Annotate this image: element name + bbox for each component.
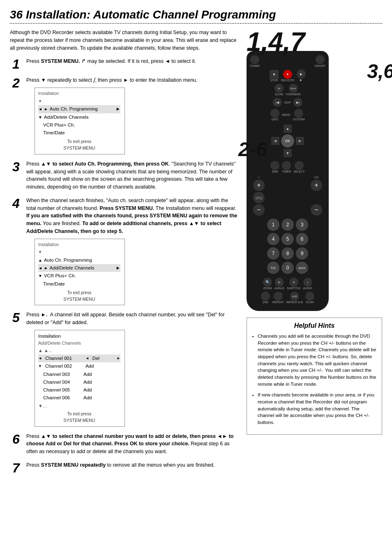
menu1-wrapper: Installation ✦ ◄ ► Auto Ch. Programming … [35,84,238,154]
play-group: ▶ ▶ [297,69,306,82]
angle-button[interactable]: ⊳ [275,278,284,287]
edit-group: EDIT [284,101,291,104]
step1-bold: SYSTEM MENU. [41,58,80,64]
ch-footer-line1: To exit press [67,411,92,416]
num-8-button[interactable]: 8 [281,247,294,260]
menu2-row3-text: VCR Plus+ Ch. [44,272,76,279]
dpad-down[interactable]: ▼ [284,149,292,157]
num-3-button[interactable]: 3 [296,219,308,231]
num-4-button[interactable]: 4 [267,233,279,245]
tuner-label: TUNER [250,64,260,67]
num-9-button[interactable]: 9 [296,247,308,260]
num-7-button[interactable]: 7 [267,247,279,260]
subtitle-button[interactable]: ≡ [289,278,298,287]
menu1-row-1-text: Auto Ch. Programming [50,106,98,113]
ch-group: CH + − [311,176,322,216]
menu2-wrapper: Installation ✦ ▲ Auto Ch. Programming ◄ … [35,235,238,306]
menu1-box: Installation ✦ ◄ ► Auto Ch. Programming … [35,88,125,154]
ch-row-6: Channel 006 Add [38,394,120,402]
menu2-row-1: ▲ Auto Ch. Programming [38,256,120,264]
num-2-button[interactable]: 2 [281,219,294,231]
angle-group: ⊳ ANGLE [274,278,284,290]
repeat-ab-button[interactable]: A-B [290,292,299,301]
ok-center: OK [281,134,294,147]
ch-list-label: Installation [38,333,120,340]
dpad-up[interactable]: ▲ [284,124,292,133]
mute-button[interactable]: ((K)) [253,192,265,203]
big-num-147: 1,4,7 [247,29,305,55]
dim-group: DIM [261,292,270,304]
stop-group: ■ STOP [270,70,279,82]
disc-group: DISC [270,109,279,121]
dpad-right[interactable]: ► [296,137,304,145]
subtitle-label: SUBTITLE [287,287,300,290]
menu1-row-3-text: VCR Plus+ Ch. [43,122,75,129]
vol-ch-row: + + ((K)) − CH + − [250,175,325,216]
num-1-button[interactable]: 1 [267,219,279,231]
intro-paragraph: Although the DVD Recorder selects availa… [10,29,238,52]
ch-row-1: ◄ Channel 001 ◄ Del ► [38,355,120,362]
zoom-button[interactable]: 🔍 [263,278,272,287]
step-4-number: 4 [10,197,22,210]
prev-button[interactable]: |◀ [273,98,282,107]
vol-minus-button[interactable]: − [253,204,265,216]
dpad-container: ▲ ▼ ◄ ► OK [271,124,304,157]
vol-label: + [258,176,260,179]
menu2-box: Installation ✦ ▲ Auto Ch. Programming ◄ … [35,239,125,306]
ch-row-4-status: Add [83,379,92,386]
timer-label: TIMER [282,170,291,173]
ok-button[interactable]: OK [281,134,294,147]
play-button[interactable]: ▶ [297,69,306,78]
step-4-content: When the channel search finishes, "Auto … [26,197,238,306]
repeat-button[interactable] [274,292,283,301]
ear-button[interactable] [270,161,279,170]
step5-bold: ►. [41,312,47,318]
num-0-button[interactable]: 0 [281,262,294,274]
next-button[interactable]: ▶| [293,98,302,107]
num-5-button[interactable]: 5 [281,233,294,245]
menu2-footer: To exit press SYSTEM MENU [38,290,120,303]
bottom-row2: DIM REPEAT A-B REPEAT A-B SCAN [250,292,325,304]
step-3-number: 3 [10,160,22,173]
step-7-content: Press SYSTEM MENU repeatedly to remove a… [26,461,238,469]
audio-button[interactable]: ♪ [303,278,312,287]
tc-button[interactable]: T/C [267,262,279,274]
stop-button[interactable]: ■ [270,70,279,79]
rec-button[interactable]: ● [283,70,292,79]
ch-plus-button[interactable]: + [311,180,322,191]
right-column: 1,4,7 TUNER ON/OFF [247,29,382,480]
timer-button[interactable] [282,161,291,170]
dpad-left[interactable]: ◄ [271,137,279,145]
remote-control: TUNER ON/OFF ■ STOP [247,51,329,311]
menu2-row2-text: Add/Delete Channels [50,265,95,272]
ch-row-3: Channel 003 Add [38,371,120,378]
disc-button[interactable] [270,109,279,118]
ch-row-3-status: Add [83,371,92,378]
fwd-label: FORWARD [286,93,301,96]
select-button[interactable] [295,161,304,170]
ch-row-2-status: Add [85,363,94,370]
system-button[interactable] [294,109,303,118]
ch-row-2: ▼ Channel 002 Add [38,362,120,370]
ch-spacer [311,192,322,203]
menu2-row4-text: Time/Date [43,281,65,288]
menu2-footer-line2: SYSTEM MENU [63,297,95,302]
onoff-button[interactable] [316,55,325,64]
fwd-button[interactable]: ⊳⊳ [289,84,298,93]
slow-button[interactable]: ⊳ [274,84,284,93]
menu1-row-3: VCR Plus+ Ch. [38,121,120,129]
num-6-button[interactable]: 6 [296,233,308,245]
title-divider [10,23,382,24]
onoff-group: ON/OFF [315,55,325,67]
arrow-left-1: ◄ [38,106,42,112]
scan-button[interactable] [305,292,314,301]
dim-button[interactable] [261,292,270,301]
vol-plus-button[interactable]: + [253,180,265,191]
ach-button[interactable]: A/CH [296,262,308,274]
menu2-row-3: ▼ VCR Plus+ Ch. [38,272,120,280]
step-5-block: 5 Press ►. A channel list will appear. B… [10,311,238,426]
timer-group: TIMER [282,161,291,173]
ch-minus-button[interactable]: − [311,204,322,216]
step-6-content: Press ▲▼ to select the channel number yo… [26,433,238,456]
step4-bold3: To add or delete additional channels, pr… [26,221,221,234]
